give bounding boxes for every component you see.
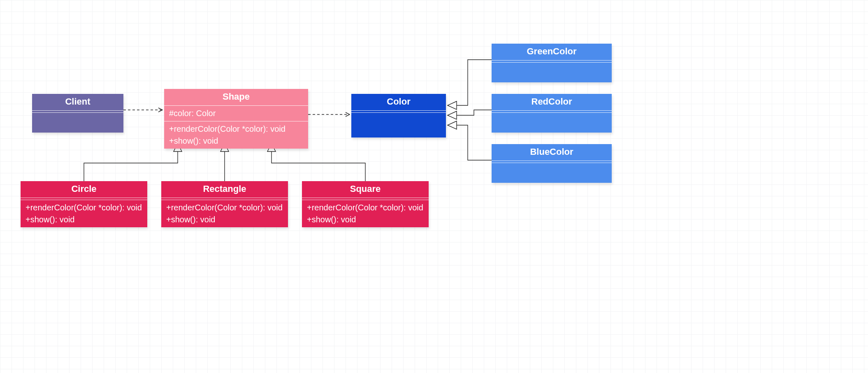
class-title: Square	[302, 181, 429, 198]
class-title: Shape	[164, 89, 308, 106]
class-op: +show(): void	[307, 214, 424, 226]
class-title: Color	[351, 94, 446, 111]
class-title: BlueColor	[492, 144, 612, 161]
class-attr: #color: Color	[169, 107, 303, 119]
class-square[interactable]: Square+renderColor(Color *color): void+s…	[302, 181, 429, 227]
class-red[interactable]: RedColor	[492, 94, 612, 133]
class-ops: +renderColor(Color *color): void+show():…	[302, 200, 429, 227]
edge-circle-shape	[84, 152, 178, 181]
class-shape[interactable]: Shape#color: Color+renderColor(Color *co…	[164, 89, 308, 149]
arrow-red-color	[448, 111, 457, 119]
edge-red-color	[457, 110, 492, 115]
class-circle[interactable]: Circle+renderColor(Color *color): void+s…	[21, 181, 147, 227]
class-ops: +renderColor(Color *color): void+show():…	[161, 200, 288, 227]
class-title: Client	[32, 94, 123, 111]
class-ops	[32, 113, 123, 133]
class-ops	[492, 113, 612, 133]
class-color[interactable]: Color	[351, 94, 446, 138]
edge-green-color	[457, 60, 492, 105]
class-op: +renderColor(Color *color): void	[26, 202, 142, 214]
class-ops: +renderColor(Color *color): void+show():…	[21, 200, 147, 227]
class-rectangle[interactable]: Rectangle+renderColor(Color *color): voi…	[161, 181, 288, 227]
class-title: Rectangle	[161, 181, 288, 198]
class-green[interactable]: GreenColor	[492, 44, 612, 82]
class-ops: +renderColor(Color *color): void+show():…	[164, 121, 308, 149]
class-op: +renderColor(Color *color): void	[307, 202, 424, 214]
class-ops	[492, 63, 612, 82]
class-ops	[351, 113, 446, 138]
class-op: +renderColor(Color *color): void	[169, 123, 303, 135]
class-ops	[492, 163, 612, 183]
class-op: +show(): void	[166, 214, 283, 226]
class-title: GreenColor	[492, 44, 612, 61]
class-title: Circle	[21, 181, 147, 198]
class-op: +show(): void	[26, 214, 142, 226]
edge-blue-color	[457, 125, 492, 160]
class-op: +show(): void	[169, 135, 303, 147]
arrow-blue-color	[448, 121, 457, 129]
class-blue[interactable]: BlueColor	[492, 144, 612, 183]
class-title: RedColor	[492, 94, 612, 111]
class-op: +renderColor(Color *color): void	[166, 202, 283, 214]
edge-square-shape	[272, 152, 365, 181]
class-client[interactable]: Client	[32, 94, 123, 133]
class-attrs: #color: Color	[164, 106, 308, 121]
arrow-green-color	[448, 101, 457, 110]
